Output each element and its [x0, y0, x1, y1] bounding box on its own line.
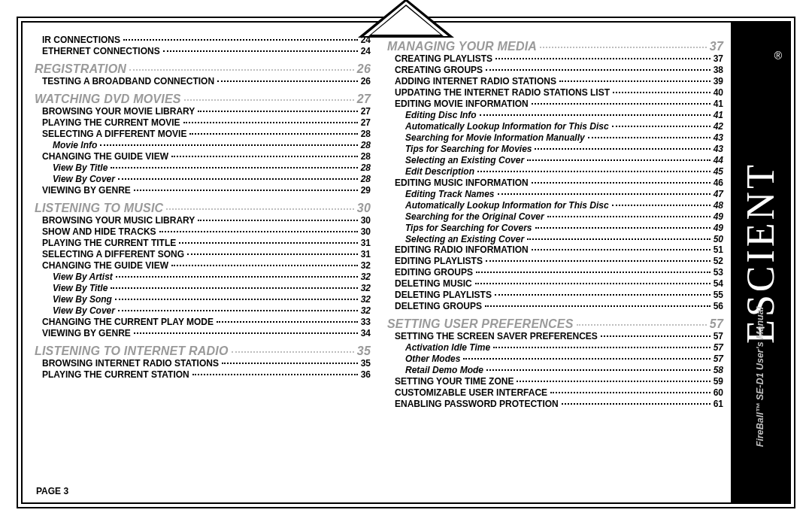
toc-page: 61 [714, 399, 723, 409]
leader-dots [527, 238, 710, 240]
toc-page: 50 [714, 235, 723, 244]
toc-page: 24 [361, 47, 371, 56]
leader-dots [498, 193, 710, 195]
toc-entry: EDITING MUSIC INFORMATION46 [387, 178, 723, 189]
leader-dots [129, 69, 354, 71]
toc-entry: DELETING MUSIC54 [387, 278, 723, 290]
toc-label: EDITING PLAYLISTS [395, 256, 483, 266]
toc-page: 56 [714, 302, 723, 311]
leader-dots [612, 205, 710, 206]
toc-entry: PLAYING THE CURRENT MOVIE27 [35, 117, 371, 129]
leader-dots [171, 156, 358, 157]
toc-label: BROWSING INTERNET RADIO STATIONS [42, 359, 219, 369]
leader-dots [123, 39, 358, 41]
toc-label: WATCHING DVD MOVIES [35, 93, 181, 105]
toc-entry: CREATING GROUPS38 [387, 65, 723, 76]
leader-dots [217, 80, 358, 82]
leader-dots [577, 324, 707, 326]
leader-dots [463, 358, 710, 360]
leader-dots [559, 80, 710, 82]
toc-page: 27 [361, 107, 371, 117]
toc-label: VIEWING BY GENRE [42, 329, 131, 338]
toc-page: 49 [714, 212, 723, 222]
toc-entry: ENABLING PASSWORD PROTECTION61 [387, 399, 723, 410]
toc-label: View By Title [53, 284, 108, 293]
leader-dots [232, 351, 354, 353]
toc-label: SETTING THE SCREEN SAVER PREFERENCES [395, 332, 598, 341]
toc-entry: SHOW AND HIDE TRACKS30 [35, 226, 371, 238]
toc-entry: SETTING THE SCREEN SAVER PREFERENCES57 [387, 331, 723, 342]
toc-label: ADDING INTERNET RADIO STATIONS [395, 77, 556, 86]
leader-dots [535, 227, 710, 229]
toc-page: 57 [714, 332, 723, 341]
toc-label: LISTENING TO MUSIC [35, 202, 163, 214]
toc-page: 45 [714, 167, 723, 177]
toc-label: LISTENING TO INTERNET RADIO [35, 344, 229, 357]
toc-page: 37 [714, 54, 723, 64]
toc-right-column: MANAGING YOUR MEDIA37CREATING PLAYLISTS3… [387, 35, 723, 490]
toc-entry: WATCHING DVD MOVIES27 [35, 92, 371, 106]
toc-entry: Edit Description45 [387, 166, 723, 178]
toc-entry: Tips for Searching for Movies43 [387, 144, 723, 155]
toc-label: Edit Description [405, 167, 474, 177]
toc-page: 41 [714, 111, 723, 120]
toc-entry: Movie Info28 [35, 140, 371, 151]
toc-left-column: IR CONNECTIONS24ETHERNET CONNECTIONS24RE… [35, 35, 371, 490]
toc-page: 30 [361, 227, 371, 237]
toc-entry: View By Song32 [35, 294, 371, 305]
toc-label: REGISTRATION [35, 62, 126, 75]
toc-label: ETHERNET CONNECTIONS [42, 47, 160, 56]
toc-page: 52 [714, 256, 723, 266]
toc-label: Editing Track Names [405, 190, 495, 199]
toc-page: 32 [361, 272, 371, 282]
leader-dots [532, 182, 710, 184]
toc-page: 32 [361, 306, 371, 316]
leader-dots [179, 242, 357, 244]
toc-label: CREATING PLAYLISTS [395, 54, 492, 64]
toc-page: 32 [361, 295, 371, 305]
toc-page: 42 [714, 122, 723, 132]
toc-page: 37 [710, 40, 723, 53]
toc-entry: TESTING A BROADBAND CONNECTION26 [35, 76, 371, 87]
toc-entry: Selecting an Existing Cover44 [387, 155, 723, 166]
toc-page: 31 [361, 238, 371, 248]
toc-page: 29 [361, 186, 371, 196]
leader-dots [588, 137, 710, 138]
toc-page: 27 [361, 118, 371, 128]
toc-label: View By Title [53, 163, 108, 173]
toc-entry: DELETING PLAYLISTS55 [387, 290, 723, 301]
toc-label: EDITING MUSIC INFORMATION [395, 178, 529, 188]
leader-dots [475, 283, 710, 284]
toc-label: SETTING USER PREFERENCES [387, 317, 574, 330]
toc-page: 46 [714, 178, 723, 188]
toc-page: 38 [714, 65, 723, 75]
leader-dots [532, 103, 710, 105]
toc-label: View By Song [53, 295, 112, 305]
toc-page: 26 [361, 77, 371, 86]
toc-label: View By Cover [53, 174, 115, 184]
leader-dots [111, 167, 357, 168]
toc-entry: BROWSING YOUR MOVIE LIBRARY27 [35, 106, 371, 117]
leader-dots [134, 332, 358, 334]
toc-entry: CHANGING THE GUIDE VIEW32 [35, 260, 371, 272]
toc-page: 28 [361, 129, 371, 139]
toc-page: 43 [714, 144, 723, 154]
leader-dots [547, 216, 710, 217]
toc-label: Searching for the Original Cover [405, 212, 544, 222]
toc-page: 54 [714, 279, 723, 289]
toc-page: 43 [714, 133, 723, 143]
toc-entry: ADDING INTERNET RADIO STATIONS39 [387, 76, 723, 87]
toc-page: 47 [714, 190, 723, 199]
toc-entry: BROWSING INTERNET RADIO STATIONS35 [35, 358, 371, 369]
toc-page: 35 [357, 344, 371, 357]
leader-dots [118, 178, 358, 180]
toc-label: EDITING MOVIE INFORMATION [395, 99, 529, 109]
toc-page: 34 [361, 329, 371, 338]
toc-label: BROWSING YOUR MOVIE LIBRARY [42, 107, 195, 117]
toc-label: Retail Demo Mode [405, 366, 483, 375]
toc-entry: PLAYING THE CURRENT STATION36 [35, 369, 371, 381]
toc-label: DELETING MUSIC [395, 279, 472, 289]
toc-page: 26 [357, 62, 371, 75]
brand-sidebar: ® ESCIENT FireBall™ SE-D1 User's Manual [731, 23, 789, 502]
leader-dots [495, 58, 710, 59]
